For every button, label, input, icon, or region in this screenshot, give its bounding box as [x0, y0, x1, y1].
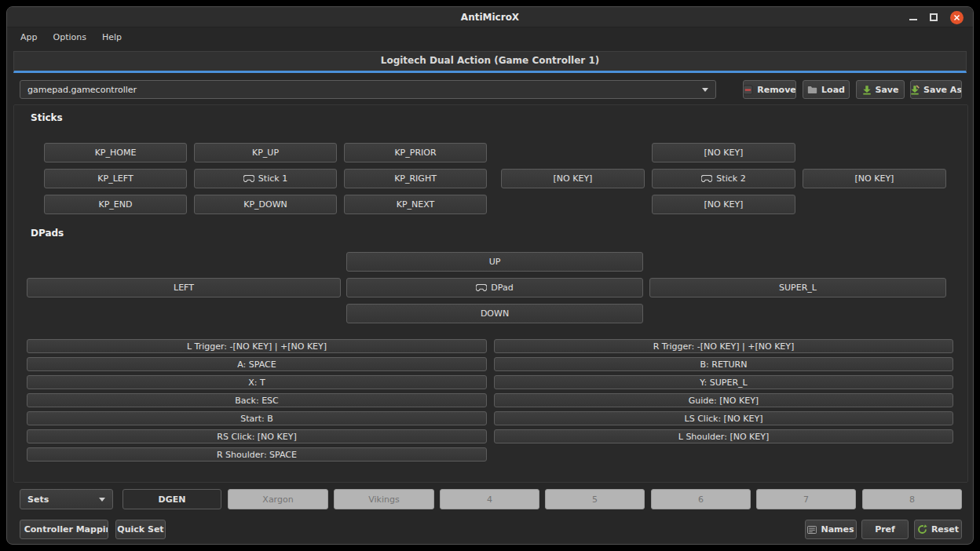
- stick1-up-right-button[interactable]: KP_PRIOR: [344, 143, 487, 162]
- stick2-button[interactable]: Stick 2: [652, 169, 795, 188]
- button-ls-click[interactable]: LS Click: [NO KEY]: [494, 411, 953, 425]
- stick1-button-label: Stick 1: [258, 173, 287, 184]
- stick1-left-button[interactable]: KP_LEFT: [44, 169, 187, 188]
- button-a[interactable]: A: SPACE: [27, 357, 487, 371]
- set-tab-7[interactable]: 7: [756, 489, 856, 509]
- button-rows-left: L Trigger: -[NO KEY] | +[NO KEY] A: SPAC…: [27, 339, 487, 462]
- remove-button-label: Remove: [757, 85, 796, 95]
- menubar: App Options Help: [7, 28, 973, 46]
- gamepad-icon: [20, 527, 20, 533]
- sets-selector-label: Sets: [27, 494, 49, 505]
- stick1-up-button[interactable]: KP_UP: [194, 143, 337, 162]
- button-r-shoulder[interactable]: R Shoulder: SPACE: [27, 447, 487, 462]
- chevron-down-icon: [702, 88, 708, 92]
- gamepad-icon: [701, 175, 712, 182]
- dpad-button[interactable]: DPad: [346, 278, 643, 297]
- dpad-right-button[interactable]: SUPER_L: [649, 278, 946, 297]
- controller-mapping-button[interactable]: Controller Mapping: [20, 520, 108, 539]
- refresh-icon: [917, 524, 927, 535]
- button-y[interactable]: Y: SUPER_L: [494, 375, 953, 389]
- button-guide[interactable]: Guide: [NO KEY]: [494, 393, 953, 407]
- stick1-grid: KP_HOME KP_UP KP_PRIOR KP_LEFT Stick 1 K…: [44, 143, 487, 214]
- set-tab-1[interactable]: DGEN: [122, 489, 221, 509]
- sticks-section-label: Sticks: [31, 112, 63, 123]
- button-rs-click[interactable]: RS Click: [NO KEY]: [27, 429, 487, 443]
- menu-options[interactable]: Options: [46, 30, 93, 45]
- save-button-label: Save: [876, 85, 899, 95]
- set-tab-3[interactable]: Vikings: [334, 489, 434, 509]
- set-tab-6[interactable]: 6: [651, 489, 751, 509]
- stick1-down-left-button[interactable]: KP_END: [44, 195, 187, 214]
- load-button[interactable]: Load: [803, 80, 850, 99]
- menu-app[interactable]: App: [13, 30, 45, 45]
- window-title: AntiMicroX: [7, 7, 973, 27]
- reset-button[interactable]: Reset: [914, 520, 962, 539]
- stick1-right-button[interactable]: KP_RIGHT: [344, 169, 487, 188]
- gamepad-icon: [476, 284, 487, 291]
- button-l-shoulder[interactable]: L Shoulder: [NO KEY]: [494, 429, 953, 443]
- set-tab-4[interactable]: 4: [440, 489, 539, 509]
- pref-button[interactable]: Pref: [861, 520, 909, 539]
- gamepad-icon: [243, 175, 254, 182]
- dpad-up-button[interactable]: UP: [346, 252, 643, 272]
- chevron-down-icon: [99, 498, 105, 502]
- dpads-section-label: DPads: [31, 228, 64, 239]
- button-rows-right: R Trigger: -[NO KEY] | +[NO KEY] B: RETU…: [494, 339, 953, 443]
- stick2-up-button[interactable]: [NO KEY]: [652, 143, 795, 162]
- list-icon: [807, 526, 817, 534]
- controller-mapping-label: Controller Mapping: [24, 524, 108, 535]
- quick-set-button[interactable]: Quick Set: [115, 520, 166, 539]
- button-b[interactable]: B: RETURN: [494, 357, 953, 371]
- profile-select-value: gamepad.gamecontroller: [27, 85, 137, 95]
- stick1-button[interactable]: Stick 1: [194, 169, 337, 188]
- close-icon[interactable]: [950, 11, 964, 24]
- dpad-down-button[interactable]: DOWN: [346, 304, 643, 323]
- save-icon: [862, 85, 872, 95]
- button-r-trigger[interactable]: R Trigger: -[NO KEY] | +[NO KEY]: [494, 339, 953, 353]
- maximize-icon[interactable]: [930, 13, 938, 21]
- load-button-label: Load: [821, 85, 845, 95]
- button-back[interactable]: Back: ESC: [27, 393, 487, 407]
- save-button[interactable]: Save: [856, 80, 905, 99]
- stick2-left-button[interactable]: [NO KEY]: [501, 169, 645, 188]
- stick2-button-label: Stick 2: [716, 173, 745, 184]
- save-as-icon: [910, 85, 920, 95]
- stick2-grid: [NO KEY] [NO KEY] Stick 2 [NO KEY] [NO K…: [501, 143, 946, 214]
- set-tab-2[interactable]: Xargon: [228, 489, 328, 509]
- titlebar: AntiMicroX: [7, 7, 973, 27]
- folder-open-icon: [807, 86, 817, 94]
- stick1-up-left-button[interactable]: KP_HOME: [44, 143, 187, 162]
- profile-select[interactable]: gamepad.gamecontroller: [20, 80, 716, 99]
- remove-button[interactable]: Remove: [743, 80, 796, 99]
- reset-button-label: Reset: [931, 524, 959, 535]
- menu-help[interactable]: Help: [95, 30, 129, 45]
- stick2-right-button[interactable]: [NO KEY]: [803, 169, 946, 188]
- tab-controller[interactable]: Logitech Dual Action (Game Controller 1): [13, 51, 967, 73]
- set-tab-8[interactable]: 8: [862, 489, 962, 509]
- stick2-down-button[interactable]: [NO KEY]: [652, 195, 795, 214]
- save-as-button[interactable]: Save As: [910, 80, 962, 99]
- app-window: AntiMicroX App Options Help Logitech Dua…: [6, 6, 974, 545]
- button-l-trigger[interactable]: L Trigger: -[NO KEY] | +[NO KEY]: [27, 339, 487, 353]
- set-tab-5[interactable]: 5: [545, 489, 645, 509]
- button-x[interactable]: X: T: [27, 375, 487, 389]
- save-as-button-label: Save As: [923, 85, 962, 95]
- sets-selector[interactable]: Sets: [20, 489, 113, 509]
- stick1-down-button[interactable]: KP_DOWN: [194, 195, 337, 214]
- stick1-down-right-button[interactable]: KP_NEXT: [344, 195, 487, 214]
- remove-icon: [743, 85, 753, 95]
- button-start[interactable]: Start: B: [27, 411, 487, 425]
- dpad-left-button[interactable]: LEFT: [27, 278, 341, 297]
- names-button-label: Names: [821, 524, 854, 535]
- names-button[interactable]: Names: [805, 520, 857, 539]
- dpad-button-label: DPad: [491, 283, 513, 293]
- window-controls: [909, 7, 964, 27]
- minimize-icon[interactable]: [909, 19, 917, 20]
